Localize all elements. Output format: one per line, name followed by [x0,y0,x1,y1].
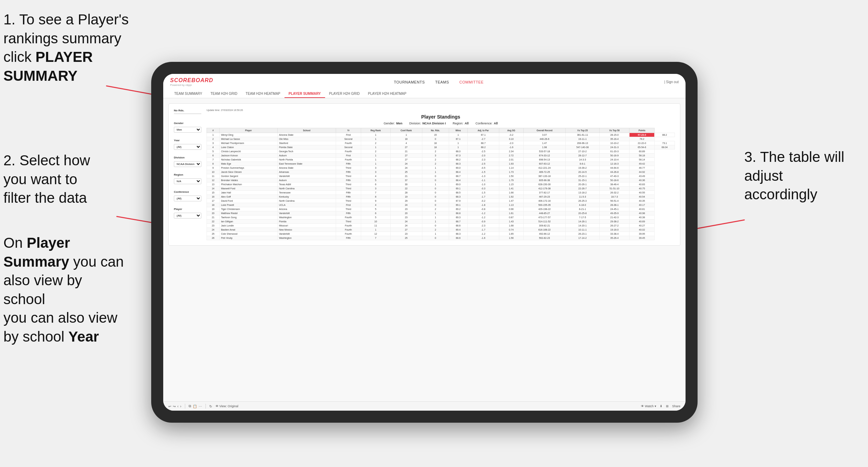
table-cell: 387-133-18 [523,174,565,178]
table-cell: Mats Ege [220,162,278,166]
table-cell: 67.3 [449,154,467,158]
table-cell: 23 [390,215,422,220]
table-cell: Third [336,182,361,187]
subnav-team-h2h-heatmap[interactable]: TEAM H2H HEATMAP [242,90,285,98]
table-cell: 68.4 [449,170,467,174]
table-cell: Arizona [277,207,336,211]
filter-select-player[interactable]: (All) [174,213,201,219]
data-table: # Player School Yr Reg Rank Conf Rank No… [207,128,675,240]
undo-icon[interactable]: ↩ [168,404,171,408]
table-cell: 0 [422,236,449,240]
table-cell: North Florida [277,158,336,162]
redo-icon[interactable]: ↪ [173,404,176,408]
col-overall: Overall Record [523,128,565,133]
more-icon[interactable]: ⋯ [199,404,202,408]
filter-select-region[interactable]: N/A [174,178,201,184]
nav-teams[interactable]: TEAMS [435,79,449,86]
table-cell: Fifth [336,236,361,240]
table-cell: 21-42-3 [600,215,630,220]
subnav-player-h2h-heatmap[interactable]: PLAYER H2H HEATMAP [364,90,411,98]
table-cell: 4 [361,174,390,178]
table-cell: 19-39-2 [566,166,600,170]
table-cell: Third [336,220,361,224]
table-cell: 0.74 [499,228,523,232]
table-cell: Bastien Amat [220,228,278,232]
copy-icon[interactable]: ⧉ [189,404,191,408]
table-row: 18Luke PowellUCLAFirst424069.1-1.81.1350… [207,203,675,207]
subnav-team-h2h-grid[interactable]: TEAM H2H GRID [207,90,242,98]
subnav-team-summary[interactable]: TEAM SUMMARY [170,90,207,98]
col-rank: # [207,128,220,133]
table-cell: 4-18-0 [566,203,600,207]
col-no-rds: No. Rds. [422,128,449,133]
filter-select-conference[interactable]: (All) [174,196,201,201]
table-cell: -2.3 [467,158,499,162]
table-cell: -2.3 [467,224,499,228]
filter-gender: Gender: Men [384,122,403,125]
table-cell: -1.5 [467,191,499,195]
table-cell: 9 [361,199,390,203]
table-cell: Georgia Tech [277,149,336,154]
table-cell: 24 [390,220,422,224]
table-cell: First [336,203,361,207]
forward-icon[interactable]: › [180,404,181,408]
table-cell: Vanderbilt [277,174,336,178]
table-cell: 7 [361,191,390,195]
col-player: Player [220,128,278,133]
table-cell: Wenyi Ding [220,133,278,137]
share-button[interactable]: Share [672,404,680,408]
table-cell: 18 [422,141,449,145]
refresh-icon[interactable]: ↻ [209,404,212,408]
table-cell: -0.3 [467,187,499,191]
table-cell: 69.0 [449,166,467,170]
filter-slider-nords[interactable] [174,113,201,114]
table-cell: 2 [207,137,220,141]
table-cell: 492-66-12 [523,232,565,236]
table-cell: 562-82-23 [523,236,565,240]
table-cell: -1.0 [467,182,499,187]
table-cell: 68.8 [449,211,467,215]
table-cell: 1.68 [499,224,523,228]
table-cell: Stanford [277,141,336,145]
table-row: 2Michael La SassoOle MissSecond118067.1-… [207,137,675,141]
filter-select-division[interactable]: NCAA Division I [174,161,201,167]
table-title: Player Standings [207,114,675,120]
table-cell: 467-29-23 [523,195,565,199]
col-reg-rank: Reg Rank [361,128,390,133]
filter-select-gender[interactable]: Men [174,127,201,133]
table-cell: 39.95 [629,232,654,236]
table-cell: 1 [207,133,220,137]
table-cell: Jake Hall [220,191,278,195]
table-row: 10Jacob Skov OlesenArkansasFifth325168.4… [207,170,675,174]
table-cell: 15 [207,191,220,195]
table-cell: Fifth [336,178,361,182]
table-cell: 14-26-1 [566,220,600,224]
table-cell: New Mexico [277,228,336,232]
table-cell: Gordon Sargent [220,174,278,178]
filter-select-year[interactable]: (All) [174,144,201,150]
table-cell: 8-21-1 [566,207,600,211]
col-school: School [277,128,336,133]
table-cell: 68.6 [449,224,467,228]
table-cell: 68.2 [449,158,467,162]
table-cell: 56-51-4 [600,199,630,203]
subnav-player-h2h-grid[interactable]: PLAYER H2H GRID [325,90,364,98]
table-cell: First [336,133,361,137]
toolbar-icons: ↩ ↪ ‹ › [168,404,181,408]
table-cell: -1.5 [467,170,499,174]
table-cell: 2 [422,207,449,211]
table-cell: 25 [207,232,220,236]
table-cell: 10-10-2 [600,141,630,145]
nav-committee[interactable]: COMMITTEE [459,79,484,86]
table-cell: 473-177-57 [523,215,565,220]
nav-tournaments[interactable]: TOURNAMENTS [394,79,425,86]
watch-button[interactable]: 👁 Watch ▾ [641,404,656,408]
table-cell: 40.54 [629,195,654,199]
paste-icon[interactable]: 📋 [193,404,197,408]
col-yr: Yr [336,128,361,133]
subnav-player-summary[interactable]: PLAYER SUMMARY [285,90,325,98]
table-cell: 6 [361,211,390,215]
back-icon[interactable]: ‹ [177,404,178,408]
table-cell: 21 [207,215,220,220]
table-cell: -1.3 [467,174,499,178]
